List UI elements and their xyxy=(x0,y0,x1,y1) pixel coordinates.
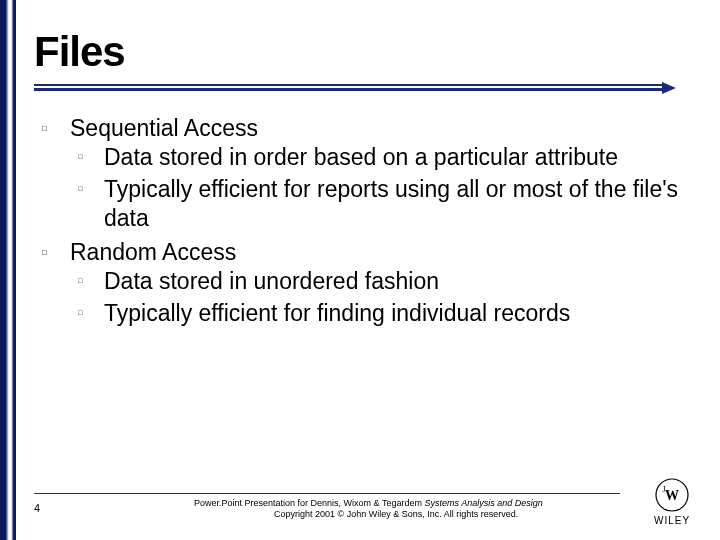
bullet-head: Random Access xyxy=(70,238,690,267)
footer-line1-italic: Systems Analysis and Design xyxy=(424,498,542,508)
square-bullet-icon: □ xyxy=(70,299,104,328)
left-stripe xyxy=(0,0,16,540)
square-bullet-icon: □ xyxy=(70,267,104,296)
logo-text: WILEY xyxy=(642,515,702,526)
footer-rule xyxy=(34,493,620,494)
bullet-sub: Data stored in order based on a particul… xyxy=(104,143,690,172)
square-bullet-icon: □ xyxy=(34,238,70,330)
footer-line1-plain: Power.Point Presentation for Dennis, Wix… xyxy=(194,498,424,508)
publisher-logo: W J WILEY xyxy=(642,477,702,526)
list-item: □ Typically efficient for reports using … xyxy=(70,175,690,234)
list-item: □ Typically efficient for finding indivi… xyxy=(70,299,690,328)
square-bullet-icon: □ xyxy=(70,175,104,234)
arrow-icon xyxy=(662,82,676,94)
footer-line2: Copyright 2001 © John Wiley & Sons, Inc.… xyxy=(194,509,620,520)
svg-text:W: W xyxy=(665,488,679,503)
page-number: 4 xyxy=(34,498,54,514)
footer: 4 Power.Point Presentation for Dennis, W… xyxy=(34,493,620,521)
wiley-logo-icon: W J xyxy=(654,477,690,513)
title-underline xyxy=(34,84,690,94)
list-item: □ Random Access □ Data stored in unorder… xyxy=(34,238,690,330)
slide-title: Files xyxy=(34,28,690,76)
list-item: □ Data stored in unordered fashion xyxy=(70,267,690,296)
bullet-sub: Data stored in unordered fashion xyxy=(104,267,690,296)
square-bullet-icon: □ xyxy=(70,143,104,172)
bullet-head: Sequential Access xyxy=(70,114,690,143)
content-area: □ Sequential Access □ Data stored in ord… xyxy=(34,114,690,330)
footer-text: Power.Point Presentation for Dennis, Wix… xyxy=(94,498,620,521)
list-item: □ Data stored in order based on a partic… xyxy=(70,143,690,172)
square-bullet-icon: □ xyxy=(34,114,70,236)
bullet-sub: Typically efficient for finding individu… xyxy=(104,299,690,328)
slide-body: Files □ Sequential Access □ Data stored … xyxy=(16,0,720,540)
bullet-sub: Typically efficient for reports using al… xyxy=(104,175,690,234)
svg-text:J: J xyxy=(662,485,665,494)
list-item: □ Sequential Access □ Data stored in ord… xyxy=(34,114,690,236)
